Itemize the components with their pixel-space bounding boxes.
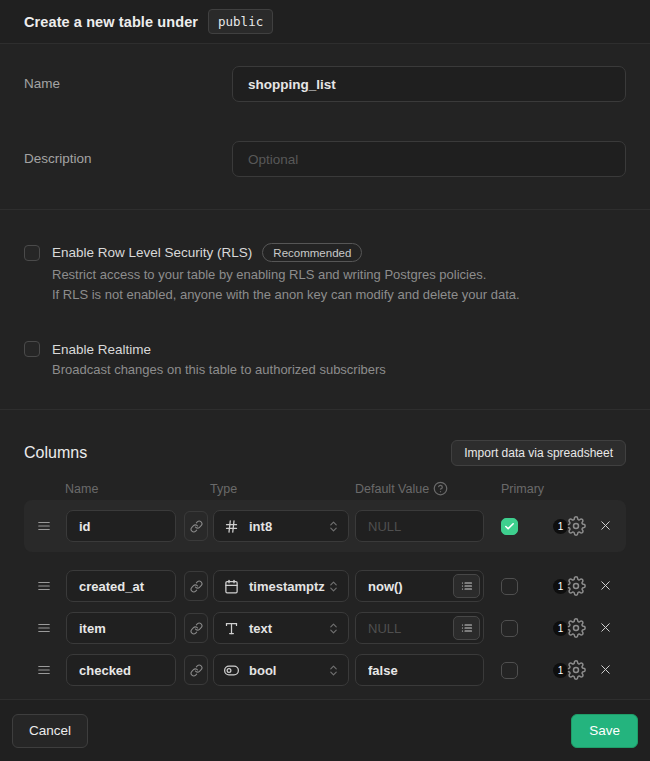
default-value-input[interactable] [355, 654, 484, 686]
default-value-wrap [355, 570, 484, 602]
column-type-select[interactable]: text [213, 612, 349, 644]
table-description-input[interactable] [232, 141, 626, 177]
chevrons-up-down-icon [327, 519, 340, 534]
dialog-footer: Cancel Save [0, 700, 650, 761]
table-options-section: Enable Row Level Security (RLS) Recommen… [0, 210, 650, 410]
list-icon [461, 580, 473, 592]
primary-checkbox[interactable] [501, 620, 518, 637]
drag-handle-icon[interactable] [36, 579, 52, 593]
foreign-key-link-button[interactable] [184, 613, 208, 643]
column-row-checked: bool 1 [24, 654, 626, 686]
save-button[interactable]: Save [571, 714, 638, 748]
column-name-input[interactable] [66, 612, 176, 644]
column-settings-button[interactable]: 1 [553, 660, 586, 680]
help-circle-icon[interactable] [433, 481, 448, 496]
foreign-key-link-button[interactable] [184, 511, 208, 541]
description-row: Description [24, 141, 626, 177]
close-icon [598, 578, 613, 593]
column-row-item: text 1 [24, 612, 626, 644]
realtime-description: Broadcast changes on this table to autho… [52, 360, 626, 380]
realtime-label: Enable Realtime [52, 342, 151, 357]
settings-count-badge: 1 [553, 663, 568, 678]
primary-checkbox[interactable] [501, 518, 518, 535]
drag-handle-icon[interactable] [36, 663, 52, 677]
settings-count-badge: 1 [553, 621, 568, 636]
column-type-value: timestamptz [249, 579, 327, 594]
drag-handle-icon[interactable] [36, 519, 52, 533]
rls-description-line1: Restrict access to your table by enablin… [52, 265, 626, 285]
column-row-id: int8 1 [24, 500, 626, 552]
column-type-select[interactable]: int8 [213, 510, 349, 542]
settings-count-badge: 1 [553, 519, 568, 534]
close-icon [598, 620, 613, 635]
rls-block: Enable Row Level Security (RLS) Recommen… [24, 243, 626, 305]
default-value-suggestions-button[interactable] [453, 616, 480, 640]
list-icon [461, 622, 473, 634]
columns-title: Columns [24, 444, 87, 462]
check-icon [504, 521, 515, 532]
default-value-wrap [355, 612, 484, 644]
chevrons-up-down-icon [327, 663, 340, 678]
column-type-select[interactable]: bool [213, 654, 349, 686]
columns-section: Columns Import data via spreadsheet Name… [0, 410, 650, 700]
realtime-checkbox[interactable] [24, 341, 40, 357]
column-row-created-at: timestamptz 1 [24, 570, 626, 602]
settings-count-badge: 1 [553, 579, 568, 594]
foreign-key-link-button[interactable] [184, 655, 208, 685]
link-icon [190, 520, 203, 533]
column-name-input[interactable] [66, 510, 176, 542]
column-name-input[interactable] [66, 570, 176, 602]
foreign-key-link-button[interactable] [184, 571, 208, 601]
column-type-value: bool [249, 663, 327, 678]
column-settings-button[interactable]: 1 [553, 576, 586, 596]
create-table-dialog: Create a new table under public Name Des… [0, 0, 650, 761]
primary-checkbox[interactable] [501, 578, 518, 595]
close-icon [598, 518, 613, 533]
chevrons-up-down-icon [327, 621, 340, 636]
link-icon [190, 622, 203, 635]
column-name-input[interactable] [66, 654, 176, 686]
rls-checkbox[interactable] [24, 245, 40, 261]
dialog-title: Create a new table under [24, 14, 198, 30]
primary-checkbox[interactable] [501, 662, 518, 679]
close-icon [598, 662, 613, 677]
link-icon [190, 580, 203, 593]
schema-badge: public [208, 9, 273, 34]
columns-table-headers: Name Type Default Value Primary [24, 482, 626, 495]
toggle-icon [224, 663, 239, 678]
default-value-input[interactable] [355, 510, 484, 542]
gear-icon [566, 516, 586, 536]
default-value-wrap [355, 510, 484, 542]
recommended-badge: Recommended [262, 243, 362, 262]
table-name-input[interactable] [232, 66, 626, 102]
default-value-suggestions-button[interactable] [453, 574, 480, 598]
column-type-select[interactable]: timestamptz [213, 570, 349, 602]
default-value-wrap [355, 654, 484, 686]
chevrons-up-down-icon [327, 579, 340, 594]
description-label: Description [24, 141, 232, 177]
remove-column-button[interactable] [598, 620, 614, 636]
drag-handle-icon[interactable] [36, 621, 52, 635]
header-default-value: Default Value [355, 482, 429, 496]
cancel-button[interactable]: Cancel [12, 714, 88, 748]
remove-column-button[interactable] [598, 578, 614, 594]
calendar-icon [224, 579, 239, 594]
hash-icon [224, 519, 239, 534]
header-name: Name [65, 482, 98, 496]
remove-column-button[interactable] [598, 518, 614, 534]
dialog-header: Create a new table under public [0, 0, 650, 44]
name-label: Name [24, 66, 232, 102]
name-row: Name [24, 66, 626, 102]
column-type-value: int8 [249, 519, 327, 534]
link-icon [190, 664, 203, 677]
column-settings-button[interactable]: 1 [553, 516, 586, 536]
column-type-value: text [249, 621, 327, 636]
text-icon [224, 621, 239, 636]
remove-column-button[interactable] [598, 662, 614, 678]
column-settings-button[interactable]: 1 [553, 618, 586, 638]
gear-icon [566, 660, 586, 680]
rls-description-line2: If RLS is not enabled, anyone with the a… [52, 285, 626, 305]
realtime-block: Enable Realtime Broadcast changes on thi… [24, 341, 626, 380]
import-spreadsheet-button[interactable]: Import data via spreadsheet [451, 440, 626, 466]
header-type: Type [210, 482, 237, 496]
